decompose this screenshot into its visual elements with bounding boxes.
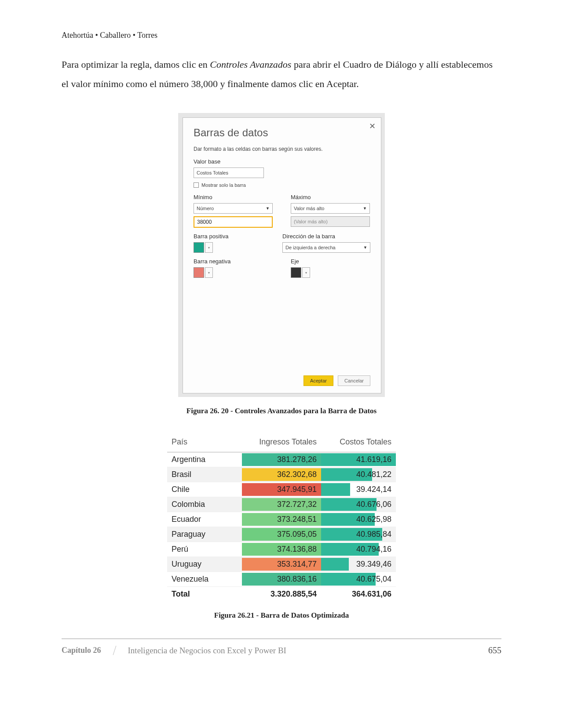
data-table: País Ingresos Totales Costos Totales Arg…	[167, 434, 396, 601]
body-paragraph: Para optimizar la regla, damos clic en C…	[62, 55, 501, 94]
cell-cost: 39.424,14	[321, 482, 396, 497]
positive-bar-color[interactable]: ▾	[194, 242, 265, 253]
cell-income: 375.095,05	[242, 527, 321, 542]
cell-country: Argentina	[167, 452, 242, 467]
negative-bar-label: Barra negativa	[194, 258, 273, 265]
chevron-down-icon: ▼	[266, 206, 270, 211]
dialog-description: Dar formato a las celdas con barras segú…	[194, 146, 370, 152]
close-icon[interactable]: ✕	[369, 121, 376, 131]
cell-income: 380.836,16	[242, 572, 321, 587]
total-label: Total	[167, 587, 242, 602]
page-number: 655	[488, 645, 501, 655]
bar-direction-value: De izquierda a derecha	[285, 245, 336, 250]
cell-cost: 40.675,04	[321, 572, 396, 587]
cancel-button[interactable]: Cancelar	[338, 375, 370, 386]
col-income: Ingresos Totales	[242, 434, 321, 452]
minimum-value-input[interactable]: 38000	[194, 216, 273, 228]
dialog-figure: ✕ Barras de datos Dar formato a las celd…	[178, 113, 385, 397]
chevron-down-icon[interactable]: ▾	[205, 242, 213, 253]
show-bar-only-label: Mostrar solo la barra	[201, 182, 246, 188]
minimum-type-value: Número	[197, 206, 214, 211]
table-row: Ecuador373.248,5140.625,98	[167, 512, 396, 527]
table-row: Brasil362.302,6840.481,22	[167, 467, 396, 482]
cell-country: Chile	[167, 482, 242, 497]
color-swatch-icon	[194, 242, 204, 253]
table-row: Argentina381.278,2641.619,16	[167, 452, 396, 467]
cell-income: 381.278,26	[242, 452, 321, 467]
positive-bar-label: Barra positiva	[194, 233, 265, 240]
maximum-placeholder: (Valor más alto)	[294, 219, 328, 224]
table-row: Colombia372.727,3240.676,06	[167, 497, 396, 512]
color-swatch-icon	[194, 267, 204, 278]
footer-title: Inteligencia de Negocios con Excel y Pow…	[128, 646, 286, 655]
cell-country: Brasil	[167, 467, 242, 482]
cell-cost: 40.481,22	[321, 467, 396, 482]
table-row: Perú374.136,8840.794,16	[167, 542, 396, 557]
table-row: Uruguay353.314,7739.349,46	[167, 557, 396, 572]
cell-income: 347.945,91	[242, 482, 321, 497]
accept-button[interactable]: Aceptar	[303, 375, 333, 386]
base-value-label: Valor base	[194, 158, 370, 165]
cell-cost: 40.676,06	[321, 497, 396, 512]
show-bar-only-row[interactable]: Mostrar solo la barra	[194, 182, 370, 188]
cell-country: Perú	[167, 542, 242, 557]
total-income: 3.320.885,54	[242, 587, 321, 602]
cell-income: 373.248,51	[242, 512, 321, 527]
table-row: Paraguay375.095,0540.985,84	[167, 527, 396, 542]
cell-cost: 41.619,16	[321, 452, 396, 467]
axis-label: Eje	[291, 258, 370, 265]
maximum-value-input: (Valor más alto)	[291, 216, 370, 227]
chevron-down-icon[interactable]: ▾	[205, 267, 213, 278]
figure-26-20-caption: Figura 26. 20 - Controles Avanzados para…	[62, 407, 501, 415]
chevron-down-icon[interactable]: ▾	[302, 267, 310, 278]
cell-income: 353.314,77	[242, 557, 321, 572]
chevron-down-icon: ▼	[363, 206, 367, 211]
color-swatch-icon	[291, 267, 301, 278]
cell-cost: 40.794,16	[321, 542, 396, 557]
cell-country: Paraguay	[167, 527, 242, 542]
chevron-down-icon: ▼	[363, 245, 367, 250]
cell-country: Uruguay	[167, 557, 242, 572]
dialog-title: Barras de datos	[194, 127, 370, 139]
cell-cost: 39.349,46	[321, 557, 396, 572]
minimum-type-select[interactable]: Número ▼	[194, 203, 273, 214]
checkbox-icon[interactable]	[194, 182, 199, 188]
bar-direction-select[interactable]: De izquierda a derecha ▼	[282, 242, 370, 253]
base-value-field[interactable]: Costos Totales	[194, 167, 264, 178]
cell-country: Ecuador	[167, 512, 242, 527]
chapter-label: Capítulo 26	[60, 646, 116, 655]
table-row: Venezuela380.836,1640.675,04	[167, 572, 396, 587]
cell-income: 374.136,88	[242, 542, 321, 557]
cell-income: 372.727,32	[242, 497, 321, 512]
cell-cost: 40.625,98	[321, 512, 396, 527]
negative-bar-color[interactable]: ▾	[194, 267, 273, 278]
col-country: País	[167, 434, 242, 452]
table-row: Chile347.945,9139.424,14	[167, 482, 396, 497]
data-table-figure: País Ingresos Totales Costos Totales Arg…	[167, 434, 396, 601]
bar-direction-label: Dirección de la barra	[282, 233, 370, 240]
figure-26-21-caption: Figura 26.21 - Barra de Datos Optimizada	[62, 611, 501, 620]
maximum-type-value: Valor más alto	[294, 206, 325, 211]
cell-cost: 40.985,84	[321, 527, 396, 542]
col-cost: Costos Totales	[321, 434, 396, 452]
databars-dialog: ✕ Barras de datos Dar formato a las celd…	[183, 117, 381, 393]
body-text-a: Para optimizar la regla, damos clic en	[62, 59, 210, 70]
page-footer: Capítulo 26 Inteligencia de Negocios con…	[62, 638, 501, 655]
axis-color[interactable]: ▾	[291, 267, 370, 278]
cell-country: Colombia	[167, 497, 242, 512]
table-total-row: Total3.320.885,54364.631,06	[167, 587, 396, 602]
page-header-authors: Atehortúa • Caballero • Torres	[62, 31, 501, 40]
minimum-label: Mínimo	[194, 194, 273, 200]
total-cost: 364.631,06	[321, 587, 396, 602]
maximum-label: Máximo	[291, 194, 370, 200]
body-text-italic: Controles Avanzados	[210, 59, 291, 70]
cell-income: 362.302,68	[242, 467, 321, 482]
maximum-type-select[interactable]: Valor más alto ▼	[291, 203, 370, 214]
cell-country: Venezuela	[167, 572, 242, 587]
